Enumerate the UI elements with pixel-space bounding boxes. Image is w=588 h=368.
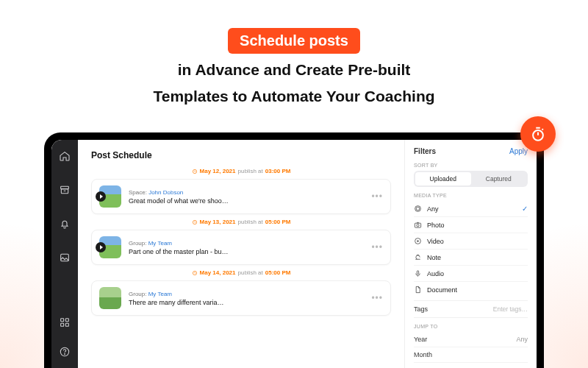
sort-by-label: Sort By [414, 163, 528, 168]
post-thumbnail [99, 236, 121, 258]
filters-panel: Filters Apply Sort By Uploaded Captured … [404, 140, 537, 368]
hero-line-1: in Advance and Create Pre-built [0, 60, 588, 80]
post-body: Group: My Team Part one of the master pl… [129, 240, 364, 255]
post-text: There are many different varia… [129, 299, 364, 306]
bell-icon [59, 218, 71, 230]
clock-icon [192, 169, 198, 174]
tags-label: Tags [414, 305, 428, 313]
sidebar-archive[interactable] [59, 184, 71, 196]
sort-option-captured[interactable]: Captured [471, 172, 527, 185]
media-row-note[interactable]: Note [414, 250, 528, 266]
media-row-audio[interactable]: Audio [414, 266, 528, 282]
media-row-photo[interactable]: Photo [414, 217, 528, 233]
clock-icon [192, 219, 198, 225]
date-separator-0: May 12, 2021 publish at 03:00 PM [91, 168, 391, 174]
stopwatch-icon [530, 126, 546, 142]
sidebar-notifications[interactable] [59, 218, 71, 230]
hero-pill: Schedule posts [228, 28, 360, 54]
any-icon [414, 205, 422, 213]
clock-icon [192, 270, 198, 276]
date-text: May 13, 2021 [200, 219, 236, 225]
media-type-label: Media Type [414, 193, 528, 198]
svg-rect-4 [61, 319, 64, 322]
video-play-icon [414, 237, 422, 245]
jump-month-row[interactable]: Month [414, 347, 528, 363]
media-row-document[interactable]: Document [414, 282, 528, 297]
media-type-list: Any✓ Photo Video Note Audio Document [414, 201, 528, 297]
sidebar-home[interactable] [59, 150, 71, 162]
sort-option-uploaded[interactable]: Uploaded [415, 172, 471, 185]
post-card[interactable]: Space: John Dobson Great model of what w… [91, 179, 391, 214]
svg-rect-5 [65, 319, 68, 322]
sidebar-help[interactable] [59, 346, 71, 358]
svg-rect-15 [415, 223, 420, 227]
post-body: Group: My Team There are many different … [129, 291, 364, 306]
jump-year-row[interactable]: Year Any [414, 332, 528, 347]
publish-label: publish at [238, 269, 263, 276]
camera-icon [414, 221, 422, 229]
document-icon [414, 286, 422, 294]
play-icon [96, 191, 106, 202]
tablet-frame: Post Schedule May 12, 2021 publish at 03… [44, 132, 544, 368]
apply-button[interactable]: Apply [509, 147, 528, 155]
svg-rect-18 [417, 271, 418, 275]
main-area: Post Schedule May 12, 2021 publish at 03… [78, 140, 537, 368]
publish-label: publish at [238, 168, 263, 174]
play-icon [96, 242, 106, 252]
post-meta: Group: My Team [129, 291, 364, 297]
svg-point-14 [415, 206, 421, 212]
check-icon: ✓ [522, 205, 528, 213]
feed-column: Post Schedule May 12, 2021 publish at 03… [78, 140, 404, 368]
sort-segmented-control[interactable]: Uploaded Captured [414, 171, 528, 187]
svg-rect-6 [61, 323, 64, 326]
sidebar-apps[interactable] [59, 316, 71, 328]
hero-line-2: Templates to Automate Your Coaching [0, 86, 588, 107]
svg-point-13 [416, 207, 420, 210]
post-thumbnail [99, 287, 121, 309]
hero-heading: Schedule posts in Advance and Create Pre… [0, 0, 588, 107]
media-row-video[interactable]: Video [414, 233, 528, 250]
jump-to-label: Jump To [414, 324, 528, 329]
date-separator-1: May 13, 2021 publish at 05:00 PM [91, 219, 391, 225]
publish-time: 03:00 PM [265, 168, 291, 174]
post-body: Space: John Dobson Great model of what w… [129, 189, 364, 205]
grid-icon [59, 316, 71, 328]
svg-point-9 [65, 354, 65, 355]
tablet-screen: Post Schedule May 12, 2021 publish at 03… [51, 140, 537, 368]
media-row-any[interactable]: Any✓ [414, 201, 528, 217]
date-separator-2: May 14, 2021 publish at 05:00 PM [91, 269, 391, 276]
note-icon [414, 253, 422, 261]
tags-placeholder: Enter tags… [493, 305, 528, 313]
post-meta: Group: My Team [129, 240, 364, 247]
date-text: May 12, 2021 [200, 168, 236, 174]
publish-time: 05:00 PM [265, 269, 291, 276]
post-text: Part one of the master plan - bu… [129, 248, 364, 255]
home-icon [59, 150, 71, 162]
post-card[interactable]: Group: My Team There are many different … [91, 280, 391, 316]
mic-icon [414, 269, 422, 277]
post-text: Great model of what we're shoo… [129, 197, 364, 205]
svg-point-16 [417, 224, 419, 227]
post-more-button[interactable]: ••• [371, 293, 383, 303]
publish-time: 05:00 PM [265, 219, 291, 225]
sidebar [51, 140, 78, 368]
tags-row[interactable]: Tags Enter tags… [414, 300, 528, 318]
page-title: Post Schedule [91, 150, 391, 160]
post-thumbnail [99, 185, 121, 208]
sidebar-media[interactable] [59, 252, 71, 263]
post-meta: Space: John Dobson [129, 189, 364, 196]
filters-title: Filters [414, 147, 436, 155]
post-more-button[interactable]: ••• [371, 242, 383, 252]
date-text: May 14, 2021 [200, 269, 236, 276]
svg-rect-7 [65, 323, 68, 326]
help-icon [59, 346, 71, 358]
archive-icon [59, 184, 71, 196]
image-icon [59, 252, 71, 263]
post-more-button[interactable]: ••• [371, 191, 383, 202]
fab-timer-button[interactable] [520, 116, 556, 152]
post-card[interactable]: Group: My Team Part one of the master pl… [91, 230, 391, 265]
publish-label: publish at [238, 219, 263, 225]
